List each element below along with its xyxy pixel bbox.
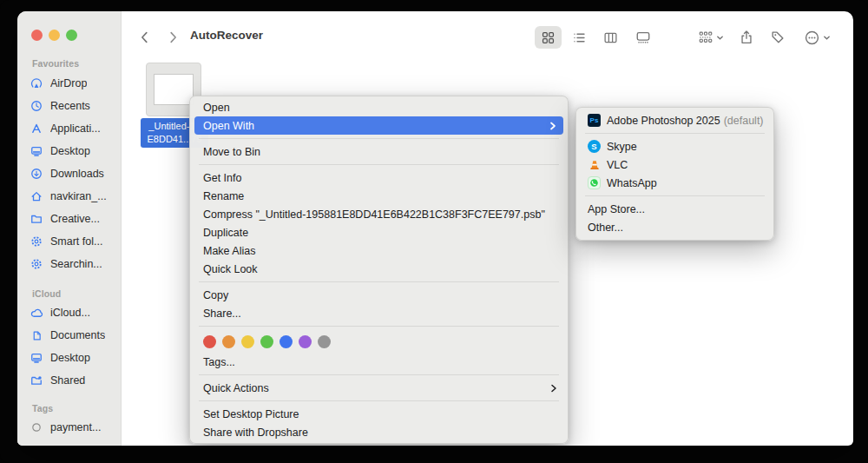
desktop-icon: [30, 351, 43, 365]
close-window-button[interactable]: [31, 30, 43, 41]
menu-item-make-alias[interactable]: Make Alias: [190, 241, 568, 260]
menu-item-quick-actions[interactable]: Quick Actions: [190, 379, 568, 397]
tag-color-blue[interactable]: [279, 335, 293, 348]
sidebar-item-recents[interactable]: Recents: [17, 95, 121, 117]
chevron-right-icon: [165, 30, 181, 45]
sidebar-item-label: Desktop: [50, 352, 90, 364]
menu-item-share-with-dropshare[interactable]: Share with Dropshare: [190, 423, 568, 441]
sidebar-item-icloud-drive[interactable]: iCloud...: [17, 301, 121, 324]
tag-color-orange[interactable]: [222, 335, 235, 348]
submenu-arrow-icon: [549, 122, 556, 130]
list-view-icon: [572, 30, 587, 45]
shared-folder-icon: [30, 374, 43, 387]
back-button[interactable]: [134, 26, 156, 49]
menu-item-open-with[interactable]: Open With: [194, 116, 563, 135]
menu-item-quick-look[interactable]: Quick Look: [190, 260, 568, 278]
menu-separator: [585, 133, 765, 134]
cloud-icon: [30, 306, 43, 320]
minimize-window-button[interactable]: [49, 30, 60, 41]
sidebar-item-shared[interactable]: Shared: [17, 369, 121, 392]
sidebar-item-label: Downloads: [50, 168, 104, 180]
sidebar-item-documents[interactable]: Documents: [17, 324, 121, 347]
clock-icon: [30, 99, 43, 113]
sidebar-section-favourites: Favourites: [32, 58, 79, 69]
menu-item-open[interactable]: Open: [190, 98, 568, 116]
menu-item-copy[interactable]: Copy: [190, 286, 568, 304]
sidebar-item-smart-folder[interactable]: Smart fol...: [17, 230, 121, 253]
menu-separator: [199, 400, 559, 401]
sidebar-item-payment-tag[interactable]: payment...: [17, 416, 121, 439]
zoom-window-button[interactable]: [66, 30, 77, 41]
sidebar-item-partial-tag[interactable]: [17, 439, 121, 446]
menu-item-get-info[interactable]: Get Info: [190, 169, 568, 187]
share-button[interactable]: [735, 26, 758, 49]
psb-thumbnail-page: [154, 74, 194, 105]
grid-view-icon: [541, 30, 556, 45]
sidebar-item-desktop[interactable]: Desktop: [17, 140, 121, 162]
sidebar-item-label: Creative...: [50, 213, 100, 225]
sidebar-group-favourites: AirDrop Recents Applicati... Desktop Dow…: [17, 72, 121, 275]
list-view-button[interactable]: [568, 26, 590, 49]
sidebar-item-creative[interactable]: Creative...: [17, 208, 121, 230]
more-actions-button[interactable]: [799, 26, 834, 49]
sidebar-item-applications[interactable]: Applicati...: [17, 117, 121, 140]
desktop-icon: [30, 144, 43, 158]
menu-item-duplicate[interactable]: Duplicate: [190, 223, 568, 241]
sidebar-item-label: Searchin...: [50, 258, 102, 270]
sidebar-item-searching[interactable]: Searchin...: [17, 253, 121, 275]
default-app-suffix: (default): [724, 115, 764, 127]
context-menu: Open Open With Move to Bin Get Info Rena…: [189, 96, 569, 444]
sidebar-item-home[interactable]: navkiran_...: [17, 185, 121, 208]
tag-button[interactable]: [766, 26, 789, 49]
sidebar-item-downloads[interactable]: Downloads: [17, 162, 121, 185]
tag-circle-icon: [30, 420, 43, 434]
folder-icon: [30, 212, 43, 226]
sidebar-item-label: payment...: [50, 421, 101, 433]
submenu-item-vlc[interactable]: VLC: [576, 155, 773, 174]
column-view-button[interactable]: [599, 26, 621, 49]
submenu-item-photoshop[interactable]: Ps Adobe Photoshop 2025 (default): [576, 111, 773, 129]
more-icon: [804, 30, 820, 46]
sidebar-item-label: AirDrop: [50, 77, 87, 89]
gallery-view-button[interactable]: [632, 26, 654, 49]
sidebar-item-label: Documents: [50, 329, 105, 341]
submenu-item-other[interactable]: Other...: [576, 218, 773, 236]
tag-color-yellow[interactable]: [241, 335, 254, 348]
gear-icon: [30, 235, 43, 248]
tag-color-row: [190, 330, 568, 353]
screenshot-frame: Favourites AirDrop Recents Applicati... …: [0, 0, 868, 463]
submenu-item-skype[interactable]: S Skype: [576, 137, 773, 155]
menu-separator: [585, 195, 765, 196]
tag-color-purple[interactable]: [299, 335, 312, 348]
menu-separator: [199, 281, 559, 282]
vlc-icon: [588, 158, 601, 171]
group-by-button[interactable]: [694, 26, 728, 49]
tag-color-green[interactable]: [260, 335, 273, 348]
menu-item-tags[interactable]: Tags...: [190, 353, 568, 371]
sidebar-item-label: Smart fol...: [50, 235, 102, 248]
finder-window: Favourites AirDrop Recents Applicati... …: [17, 11, 853, 446]
tag-color-red[interactable]: [203, 335, 216, 348]
menu-item-rename[interactable]: Rename: [190, 187, 568, 205]
icon-view-button[interactable]: [535, 26, 562, 49]
submenu-item-whatsapp[interactable]: WhatsApp: [576, 174, 773, 192]
menu-separator: [199, 326, 559, 327]
sidebar-item-airdrop[interactable]: AirDrop: [17, 72, 121, 95]
chevron-down-icon: [823, 34, 831, 42]
menu-item-share[interactable]: Share...: [190, 304, 568, 322]
tag-color-gray[interactable]: [318, 335, 331, 348]
open-with-submenu: Ps Adobe Photoshop 2025 (default) S Skyp…: [575, 107, 774, 241]
submenu-item-app-store[interactable]: App Store...: [576, 200, 773, 218]
sidebar-section-tags: Tags: [32, 403, 53, 413]
tag-circle-red-icon: [30, 443, 43, 446]
menu-item-compress[interactable]: Compress "_Untitled-195881E8DD41E6B422B1…: [190, 205, 568, 223]
photoshop-icon: Ps: [588, 114, 601, 127]
menu-separator: [199, 374, 559, 375]
whatsapp-icon: [588, 176, 601, 189]
menu-item-set-desktop-picture[interactable]: Set Desktop Picture: [190, 405, 568, 423]
menu-item-move-to-bin[interactable]: Move to Bin: [190, 142, 568, 161]
forward-button[interactable]: [161, 26, 184, 49]
gear-icon: [30, 257, 43, 271]
sidebar-item-desktop-icloud[interactable]: Desktop: [17, 347, 121, 369]
app-store-icon: [30, 122, 43, 136]
